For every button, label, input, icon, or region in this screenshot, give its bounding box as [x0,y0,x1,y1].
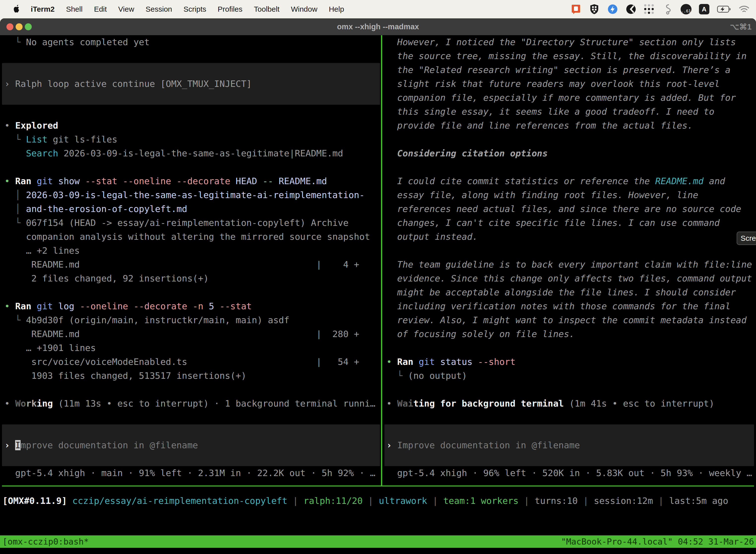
terminal-line: The team guideline is to back every impo… [386,258,756,272]
tmux-host-clock: "MacBook-Pro-44.local" 04:52 31-Mar-26 [561,535,754,548]
text-segment: the source tree, missing the essay. Stil… [386,51,747,61]
terminal-line [4,425,381,438]
terminal-line [386,425,756,438]
menu-item-profiles[interactable]: Profiles [217,5,242,13]
text-segment: references need actual files, and since … [386,204,741,214]
dot [651,4,654,6]
text-segment: No agents completed yet [26,37,150,47]
tmux-session-label: [omx-cczip0:bash* [2,535,89,548]
text-segment: README.md | 4 + [4,259,359,270]
menu-item-session[interactable]: Session [145,5,172,13]
window-title: omx --xhigh --madmax [0,18,756,35]
terminal-line: gpt-5.4 xhigh · 96% left · 520K in · 5.8… [386,466,756,480]
text-segment: … +1901 lines [4,343,96,353]
dot [644,8,646,10]
right-terminal-pane[interactable]: However, I noticed the "Directory Struct… [382,35,756,486]
terminal-line [4,49,381,63]
terminal-line [4,452,381,466]
menu-item-edit[interactable]: Edit [94,5,107,13]
text-segment: git ls-files [53,134,117,145]
terminal-line: └ 067f154 (HEAD -> essay/ai-reimplementa… [4,216,381,230]
blue-bolt-icon[interactable] [607,4,618,15]
shield-grid-icon[interactable] [589,4,600,15]
menu-item-shell[interactable]: Shell [66,5,82,13]
pane-divider[interactable] [381,35,382,486]
tmux-status-bar: [omx-cczip0:bash* "MacBook-Pro-44.local"… [0,535,756,548]
text-segment: of focusing solely on file lines. [386,329,575,339]
left-terminal-pane[interactable]: └ No agents completed yet› Ralph loop ac… [0,35,381,486]
hook-icon[interactable] [662,4,673,15]
text-segment: 4b9d30f (origin/main, instructkr/main, m… [26,315,290,325]
text-segment: including verification notes with those … [386,301,731,311]
terminal-line: Search 2026-03-09-is-legal-the-same-as-l… [4,147,381,160]
window-title-bar[interactable]: omx --xhigh --madmax ⌥⌘1 [0,18,756,35]
apple-logo-icon[interactable] [12,4,19,15]
shutter-icon[interactable] [626,4,636,15]
text-segment: companion analysis without altering the … [4,232,370,242]
terminal-line: … +2 lines [4,244,381,258]
text-segment: | [293,496,303,506]
text-segment: companion file, especially if more comme… [386,93,736,103]
timer-badge-icon[interactable]: ..61 [681,4,692,14]
text-segment: › [4,440,15,450]
terminal-line: README.md | 4 + [4,258,381,272]
terminal-line: However, I noticed the "Directory Struct… [386,35,756,49]
text-segment: However, I noticed the "Directory Struct… [386,37,736,47]
text-segment: HEAD [236,176,262,186]
terminal-line: └ No agents completed yet [4,35,381,49]
text-segment: • [386,398,397,408]
text-segment: List [26,134,53,145]
menu-item-window[interactable]: Window [291,5,317,13]
text-segment: › [386,440,397,450]
terminal-line: including verification notes with those … [386,299,756,313]
terminal-line [386,160,756,174]
dots-grid-icon[interactable] [644,4,655,15]
text-segment: the "Related research writing" section i… [386,65,731,75]
menu-item-iterm2[interactable]: iTerm2 [31,5,55,13]
text-segment: • [386,357,397,367]
menu-item-view[interactable]: View [118,5,134,13]
text-segment: The team guideline is to back every impo… [386,259,752,270]
text-segment: ultrawork [379,496,433,506]
terminal-line: I could cite commit statistics or refere… [386,174,756,188]
dot [651,12,654,14]
dot [644,12,646,14]
text-segment: provide file and line references from th… [386,120,693,130]
text-segment: [OMX#0.11.9] [2,496,72,506]
text-segment: and [704,176,725,186]
wifi-icon[interactable] [739,4,750,15]
text-segment: 2026-03-09-is-legal-the-same-as-legitima… [26,190,365,200]
text-segment: I [15,440,20,450]
text-segment: Wo [15,398,26,408]
terminal-line [4,410,381,425]
terminal-line: └ 4b9d30f (origin/main, instructkr/main,… [4,313,381,327]
text-segment: └ [386,371,408,381]
text-segment: essay file, along with finding root file… [386,190,698,200]
text-segment: Ran [15,176,37,186]
text-segment: README.md [655,176,704,186]
text-segment: cczip/essay/ai-reimplementation-copyleft [72,496,293,506]
status-separator-line [2,486,754,487]
chat-orange-icon[interactable] [570,4,581,15]
terminal-line: the source tree, missing the essay. Stil… [386,49,756,63]
text-segment: turns:10 [535,496,583,506]
dot [648,4,650,6]
text-segment: README.md | 280 + [4,329,359,339]
menu-item-scripts[interactable]: Scripts [184,5,206,13]
terminal-line: essay file, along with finding root file… [386,188,756,202]
input-source-icon[interactable]: A [699,4,709,14]
text-segment: • [4,398,15,408]
window-shortcut-badge: ⌥⌘1 [730,18,752,35]
text-segment: gpt-5.4 xhigh · main · 91% left · 2.31M … [4,468,376,478]
terminal-line: src/voice/voiceModeEnabled.ts | 54 + [4,355,381,369]
battery-icon[interactable] [717,4,731,15]
menu-item-help[interactable]: Help [329,5,344,13]
screenshot-toast[interactable]: Scre [737,232,756,245]
text-segment: evidence. Since this change only affects… [386,273,752,283]
terminal-line: • Waiting for background terminal (1m 41… [386,397,756,410]
text-segment: git [37,176,58,186]
terminal-line: the "Related research writing" section i… [386,63,756,77]
menu-item-toolbelt[interactable]: Toolbelt [254,5,279,13]
terminal-line: › Improve documentation in @filename [4,438,381,452]
text-segment: src/voice/voiceModeEnabled.ts | 54 + [4,357,359,367]
